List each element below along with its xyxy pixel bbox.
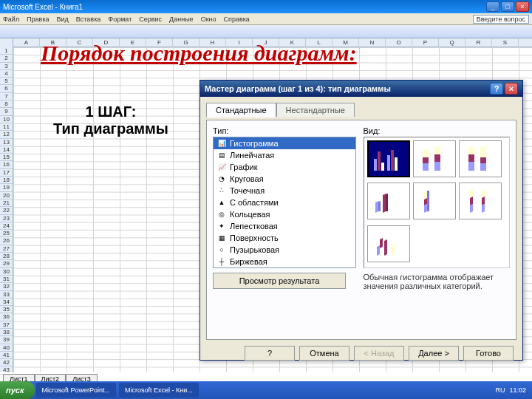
chart-type-item[interactable]: 📈График xyxy=(214,161,355,173)
row-header[interactable]: 2 xyxy=(0,55,13,62)
row-header[interactable]: 8 xyxy=(0,100,13,108)
row-header[interactable]: 34 xyxy=(0,299,13,306)
row-header[interactable]: 32 xyxy=(0,283,13,290)
column-header[interactable]: N xyxy=(359,38,386,47)
row-header[interactable]: 10 xyxy=(0,116,13,123)
row-header[interactable]: 36 xyxy=(0,313,13,321)
chart-type-item[interactable]: ▦Поверхность xyxy=(214,232,355,244)
row-header[interactable]: 24 xyxy=(0,222,13,230)
cancel-button[interactable]: Отмена xyxy=(299,346,349,361)
row-header[interactable]: 3 xyxy=(0,63,13,70)
chart-type-item[interactable]: ▤Линейчатая xyxy=(214,149,355,161)
menu-file[interactable]: Файл xyxy=(3,16,19,23)
finish-button[interactable]: Готово xyxy=(463,346,514,361)
chart-type-item[interactable]: ◔Круговая xyxy=(214,173,355,185)
row-header[interactable]: 27 xyxy=(0,245,13,253)
chart-type-item[interactable]: ∴Точечная xyxy=(214,185,355,197)
dialog-help-button[interactable]: ? xyxy=(490,83,503,95)
chart-type-item[interactable]: ┼Биржевая xyxy=(214,256,355,267)
row-header[interactable]: 15 xyxy=(0,154,13,161)
row-header[interactable]: 23 xyxy=(0,215,13,222)
row-header[interactable]: 35 xyxy=(0,306,13,313)
row-header[interactable]: 12 xyxy=(0,131,13,138)
row-header[interactable]: 13 xyxy=(0,139,13,146)
subtype-100-stacked-column[interactable] xyxy=(459,140,502,177)
row-header[interactable]: 1 xyxy=(0,47,13,55)
preview-button[interactable]: Просмотр результата xyxy=(213,273,346,289)
task-item[interactable]: Microsoft PowerPoint... xyxy=(36,383,117,398)
subtype-3d-100-stacked-column[interactable] xyxy=(459,183,502,219)
system-tray[interactable]: RU 11:02 xyxy=(489,386,532,394)
close-button[interactable]: × xyxy=(516,1,529,12)
subtype-stacked-column[interactable] xyxy=(413,140,456,177)
row-header[interactable]: 19 xyxy=(0,184,13,191)
row-header[interactable]: 14 xyxy=(0,146,13,154)
chart-type-item[interactable]: ○Пузырьковая xyxy=(214,244,355,256)
subtype-clustered-column[interactable] xyxy=(367,140,410,177)
wizard-help-button[interactable]: ? xyxy=(245,346,295,361)
row-header[interactable]: 16 xyxy=(0,161,13,168)
row-header[interactable]: 21 xyxy=(0,200,13,207)
menu-insert[interactable]: Вставка xyxy=(76,16,100,23)
tray-lang-icon[interactable]: RU xyxy=(495,386,505,394)
chart-type-item[interactable]: ◎Кольцевая xyxy=(214,208,355,220)
row-header[interactable]: 38 xyxy=(0,329,13,336)
chart-type-item[interactable]: ▲С областями xyxy=(214,197,355,208)
column-header[interactable]: Q xyxy=(439,38,466,47)
row-header[interactable]: 28 xyxy=(0,253,13,260)
dialog-titlebar[interactable]: Мастер диаграмм (шаг 1 из 4): тип диагра… xyxy=(200,81,522,97)
row-header[interactable]: 18 xyxy=(0,177,13,184)
menu-help[interactable]: Справка xyxy=(224,16,250,23)
row-header[interactable]: 31 xyxy=(0,276,13,283)
svg-rect-15 xyxy=(480,147,486,157)
menu-data[interactable]: Данные xyxy=(169,16,194,23)
column-header[interactable]: R xyxy=(466,38,492,47)
row-header[interactable]: 17 xyxy=(0,169,13,177)
row-header[interactable]: 20 xyxy=(0,192,13,200)
maximize-button[interactable]: □ xyxy=(501,1,514,12)
start-button[interactable]: пуск xyxy=(0,381,35,399)
svg-rect-11 xyxy=(434,162,440,171)
subtype-3d-column[interactable] xyxy=(367,225,410,262)
minimize-button[interactable]: _ xyxy=(486,1,499,12)
row-header[interactable]: 5 xyxy=(0,78,13,85)
tab-custom[interactable]: Нестандартные xyxy=(276,103,355,117)
chart-type-item[interactable]: 📊Гистограмма xyxy=(214,137,355,149)
menu-edit[interactable]: Правка xyxy=(27,16,49,23)
menu-view[interactable]: Вид xyxy=(57,16,69,23)
subtype-3d-clustered-column[interactable] xyxy=(367,183,410,219)
row-header[interactable]: 26 xyxy=(0,237,13,245)
chart-type-item[interactable]: ✦Лепестковая xyxy=(214,220,355,232)
column-header[interactable]: P xyxy=(412,38,439,47)
menu-window[interactable]: Окно xyxy=(201,16,216,23)
row-header[interactable]: 6 xyxy=(0,85,13,92)
chart-type-list[interactable]: 📊Гистограмма▤Линейчатая📈График◔Круговая∴… xyxy=(213,137,356,268)
row-header[interactable]: 40 xyxy=(0,344,13,352)
column-header[interactable]: A xyxy=(13,38,40,47)
row-header[interactable]: 11 xyxy=(0,123,13,131)
row-header[interactable]: 9 xyxy=(0,108,13,115)
row-header[interactable]: 39 xyxy=(0,336,13,344)
row-header[interactable]: 37 xyxy=(0,321,13,329)
row-header[interactable]: 22 xyxy=(0,207,13,214)
menu-format[interactable]: Формат xyxy=(108,16,132,23)
menu-tools[interactable]: Сервис xyxy=(139,16,162,23)
row-header[interactable]: 7 xyxy=(0,93,13,100)
subtype-3d-stacked-column[interactable] xyxy=(413,183,456,219)
column-header[interactable]: S xyxy=(492,38,519,47)
tab-standard[interactable]: Стандартные xyxy=(206,103,276,117)
row-header[interactable]: 25 xyxy=(0,230,13,237)
taskbar: пуск Microsoft PowerPoint... Microsoft E… xyxy=(0,381,532,399)
next-button[interactable]: Далее > xyxy=(409,346,459,361)
dialog-close-button[interactable]: × xyxy=(505,83,518,95)
help-search-input[interactable]: Введите вопрос xyxy=(473,15,529,24)
row-header[interactable]: 33 xyxy=(0,291,13,299)
row-header[interactable]: 41 xyxy=(0,352,13,359)
row-header[interactable]: 42 xyxy=(0,359,13,366)
row-header[interactable]: 30 xyxy=(0,268,13,276)
task-item[interactable]: Microsoft Excel - Кни... xyxy=(119,383,199,398)
row-header[interactable]: 4 xyxy=(0,70,13,78)
column-header[interactable]: O xyxy=(386,38,412,47)
row-header[interactable]: 29 xyxy=(0,260,13,267)
svg-rect-0 xyxy=(374,159,377,171)
